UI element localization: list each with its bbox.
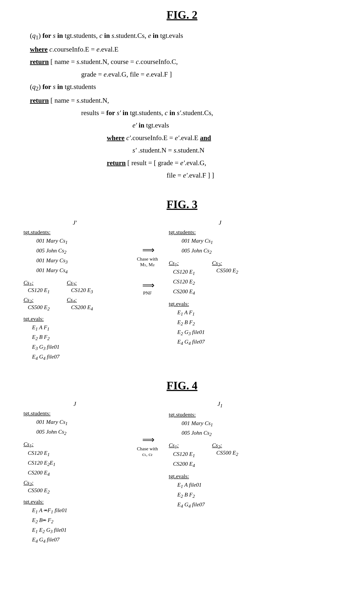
fig2-line5: (q2) for s in tgt.students <box>30 81 347 94</box>
for-kw2: for <box>42 83 51 90</box>
list-item: E4 G4 file07 <box>32 352 126 362</box>
cs3-rows: CS120 E3 <box>71 287 93 294</box>
chase-label1: Chase with <box>137 256 158 262</box>
rcs2-label: Cs2: <box>212 260 238 267</box>
list-item: CS120 E2 <box>173 277 195 287</box>
return-kw2: return <box>30 97 49 104</box>
fig2-line3: return [ name = s.student.N, course = c.… <box>30 56 347 67</box>
fig3-right-tgt-students-label: tgt.students: <box>169 229 271 235</box>
and-kw: and <box>200 134 211 142</box>
fig4-right-evals-label: tgt.evals: <box>169 473 271 480</box>
list-item: CS500 E2 <box>216 450 238 457</box>
fig4-right-students-rows: 001 Mary Cs1 005 John Cs2 <box>182 419 271 439</box>
fig3-left-header: J' <box>24 219 126 226</box>
in-kw6: in <box>169 109 175 117</box>
list-item: E2 B F2 <box>32 333 126 343</box>
in-kw4: in <box>57 83 63 90</box>
f4-cs2: Cs2: CS500 E2 <box>24 480 50 495</box>
fig3-left-cs2: Cs2: CS500 E2 <box>24 297 50 312</box>
list-item: CS200 E4 <box>173 287 195 297</box>
list-item: E4 G4 file07 <box>177 337 271 347</box>
where-kw1: where <box>30 45 48 53</box>
fig4-right-evals-rows: E1 A file01 E2 B F2 E4 G4 file07 <box>177 480 271 510</box>
pnf-arrow: ⟹ <box>142 280 153 290</box>
cs4-label: Cs4: <box>67 297 93 304</box>
fig2-line7: results = for s' in tgt.students, c in s… <box>81 107 347 119</box>
fig3-left-cs4: Cs4: CS200 E4 <box>67 297 93 312</box>
for-kw1: for <box>42 32 51 39</box>
return-kw3: return <box>107 159 126 167</box>
in-kw3: in <box>153 32 158 39</box>
fig2-title: FIG. 2 <box>17 9 347 21</box>
fig3-right-header: J <box>169 219 271 226</box>
list-item: CS120 E1 <box>173 450 195 459</box>
fig2-line4: grade = e.eval.G, file = e.eval.F ] <box>81 69 347 80</box>
fig3-right-cs2: Cs2: CS500 E2 <box>212 260 238 297</box>
fig3-title: FIG. 3 <box>17 198 347 211</box>
list-item: CS200 E4 <box>71 304 93 312</box>
fig3-right-evals-label: tgt.evals: <box>169 301 271 307</box>
q2-paren: (q2) <box>30 83 42 90</box>
fig3-section: FIG. 3 J' tgt.students: 001 Mary Cs1 005… <box>17 198 347 362</box>
fig4-arrow: ⟹ Chase with c₁, c₂ <box>126 435 169 457</box>
list-item: CS200 E4 <box>173 459 195 469</box>
list-item: E3 G3 file01 <box>32 343 126 352</box>
cs3-label: Cs3: <box>67 280 93 287</box>
fig2-line2: where c.courseInfo.E = e.eval.E <box>30 43 347 55</box>
cs1-label: Cs1: <box>24 280 50 287</box>
f4-cs2-rows: CS500 E2 <box>28 487 50 495</box>
fig2-section: FIG. 2 (q1) for s in tgt.students, c in … <box>17 9 347 181</box>
fig4-right-header: J1 <box>169 401 271 409</box>
f4-cs1-label: Cs1: <box>24 441 34 447</box>
fig4-chase-label1: Chase with <box>137 446 158 452</box>
fig4-rcs2: Cs2: CS500 E2 <box>212 442 238 469</box>
fig3-right-cs-section: Cs1: CS120 E1 CS120 E2 CS200 E4 Cs2: CS5… <box>169 260 271 297</box>
list-item: E1 A ×F1 file01 <box>32 506 126 516</box>
fig3-right-col: J tgt.students: 001 Mary Cs1 005 John Cs… <box>169 219 271 347</box>
f4-cs2-label: Cs2: <box>24 480 50 487</box>
fig3-left-cs-section: Cs1: CS120 E1 Cs2: CS500 E2 Cs3: <box>24 280 126 312</box>
list-item: CS500 E2 <box>28 487 50 495</box>
list-item: 001 Mary Cs3 <box>36 256 126 266</box>
rcs1-rows: CS120 E1 CS120 E2 CS200 E4 <box>173 267 195 297</box>
q1-paren: (q1) <box>30 32 42 39</box>
cs4-rows: CS200 E4 <box>71 304 93 312</box>
cs2-label: Cs2: <box>24 297 50 304</box>
fig3-right-evals-rows: E1 A F1 E2 B F2 E2 G3 file01 E4 G4 file0… <box>177 308 271 347</box>
list-item: 005 John Cs2 <box>36 246 126 256</box>
f4-rcs1-label: Cs1: <box>169 442 195 450</box>
in-kw5: in <box>123 109 128 117</box>
list-item: E2 B× F2 <box>32 516 126 526</box>
f4-rcs2-rows: CS500 E2 <box>216 450 238 457</box>
list-item: 001 Mary Cs4 <box>36 266 126 276</box>
fig4-left-tgt-students-label: tgt.students: <box>24 410 126 417</box>
f4-rcs2-label: Cs2: <box>212 442 238 450</box>
fig2-line6: return [ name = s.student.N, <box>30 95 347 106</box>
fig3-left-students-rows: 001 Mary Cs1 005 John Cs2 001 Mary Cs3 0… <box>36 236 126 276</box>
list-item: E4 G4 file07 <box>177 500 271 510</box>
fig4-section: FIG. 4 J tgt.students: 001 Mary Cs1 005 … <box>17 379 347 545</box>
list-item: E1 A F1 <box>177 308 271 318</box>
fig4-chase-label2: c₁, c₂ <box>142 452 153 457</box>
fig2-line9: where c'.courseInfo.E = e'.eval.E and <box>107 132 347 144</box>
list-item: CS120 E1 <box>173 267 195 277</box>
list-item: E1 A F1 <box>32 323 126 333</box>
fig2-content: (q1) for s in tgt.students, c in s.stude… <box>30 30 347 181</box>
fig3-left-evals: tgt.evals: E1 A F1 E2 B F2 E3 G3 file01 … <box>24 316 126 362</box>
fig4-left-evals-label: tgt.evals: <box>24 499 126 505</box>
list-item: 005 John Cs2 <box>182 429 271 438</box>
pnf-label: PNF <box>143 290 152 296</box>
where-kw2: where <box>107 134 125 142</box>
fig4-right-cs-section: Cs1: CS120 E1 CS200 E4 Cs2: CS500 E2 <box>169 442 271 469</box>
for-kw3: for <box>106 109 115 117</box>
in-kw1: in <box>57 32 63 39</box>
fig2-line12: file = e'.eval.F ] ] <box>167 169 347 181</box>
cs1-rows: CS120 E1 <box>28 287 50 294</box>
list-item: CS120 E1 <box>28 449 126 458</box>
rcs1-label: Cs1: <box>169 260 195 267</box>
fig4-left-col: J tgt.students: 001 Mary Cs1 005 John Cs… <box>24 401 126 545</box>
fig3-left-evals-label: tgt.evals: <box>24 316 126 322</box>
list-item: E2 G3 file01 <box>177 328 271 338</box>
fig2-line8: e' in tgt.evals <box>132 119 347 131</box>
fig3-arrows: ⟹ Chase with M₁, M₂ ⟹ PNF <box>126 245 169 296</box>
